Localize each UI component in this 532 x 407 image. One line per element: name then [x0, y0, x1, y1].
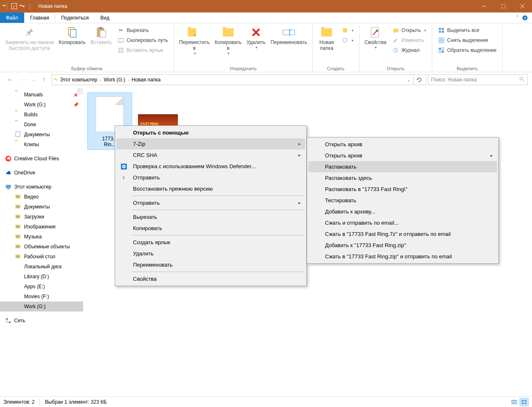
- ctx-extract-to[interactable]: Распаковать в "17733 Fast Ring\": [308, 184, 497, 195]
- sidebar-item[interactable]: Movies (F:): [0, 292, 83, 302]
- tab-share[interactable]: Поделиться: [55, 12, 94, 23]
- sidebar-item[interactable]: Локальный диск: [0, 262, 83, 272]
- view-icons-button[interactable]: [520, 398, 529, 406]
- sidebar-item[interactable]: Загрузки: [0, 212, 83, 222]
- forward-button[interactable]: →: [17, 74, 29, 86]
- select-all-button[interactable]: Выделить все: [436, 26, 498, 35]
- history-dropdown[interactable]: ⌄: [31, 74, 37, 86]
- copy-to-button[interactable]: Копировать в▾: [212, 24, 244, 57]
- ctx-add-zip[interactable]: Добавить к "17733 Fast Ring.zip": [308, 240, 497, 251]
- breadcrumb-drop[interactable]: ⌄: [404, 78, 413, 82]
- rename-button[interactable]: Переименовать: [268, 24, 310, 47]
- svg-rect-40: [16, 216, 20, 218]
- ctx-copy[interactable]: Копировать: [116, 223, 305, 234]
- new-item-button[interactable]: ▾: [340, 26, 355, 35]
- sidebar-item[interactable]: Work (G:)📌: [0, 100, 83, 110]
- sidebar-item[interactable]: Изображения: [0, 222, 83, 232]
- tree-icon: [15, 283, 22, 290]
- sidebar-item[interactable]: Объемные объекты: [0, 242, 83, 252]
- paste-button[interactable]: Вставить: [88, 24, 114, 47]
- ctx-test[interactable]: Тестировать: [308, 195, 497, 206]
- new-folder-button[interactable]: Новая папка: [315, 24, 338, 53]
- tab-view[interactable]: Вид: [94, 12, 115, 23]
- ctx-delete[interactable]: Удалить: [116, 248, 305, 259]
- collapse-ribbon-icon[interactable]: ˄: [516, 15, 519, 21]
- view-details-button[interactable]: [510, 398, 519, 406]
- delete-icon: [249, 26, 263, 39]
- maximize-button[interactable]: [494, 0, 513, 12]
- ctx-compress-7z[interactable]: Сжать в "17733 Fast Ring.7z" и отправить…: [308, 228, 497, 240]
- ctx-open-with[interactable]: Открыть с помощью: [116, 127, 305, 138]
- sidebar-item[interactable]: Done: [0, 120, 83, 130]
- back-button[interactable]: ←: [4, 74, 16, 86]
- tab-file[interactable]: Файл: [0, 12, 24, 23]
- open-button[interactable]: Открыть▾: [391, 26, 428, 35]
- path-icon: [118, 37, 124, 44]
- ctx-rename[interactable]: Переименовать: [116, 259, 305, 270]
- sidebar-item[interactable]: Музыка: [0, 232, 83, 242]
- ctx-extract[interactable]: Распаковать: [308, 161, 497, 172]
- sidebar-network[interactable]: Сеть: [0, 316, 83, 326]
- sidebar-item[interactable]: Документы: [0, 202, 83, 212]
- sidebar-item[interactable]: Рабочий стол: [0, 252, 83, 262]
- breadcrumb[interactable]: › Этот компьютер › Work (G:) › Новая пап…: [52, 74, 426, 85]
- ctx-create-shortcut[interactable]: Создать ярлык: [116, 237, 305, 248]
- minimize-button[interactable]: [475, 0, 494, 12]
- close-button[interactable]: [513, 0, 532, 12]
- search-input[interactable]: Поиск: Новая папка: [428, 74, 528, 85]
- ctx-cut[interactable]: Вырезать: [116, 211, 305, 223]
- invert-selection-button[interactable]: Обратить выделение: [436, 46, 498, 55]
- breadcrumb-item[interactable]: Этот компьютер: [60, 77, 97, 83]
- sidebar-item[interactable]: Документы: [0, 130, 83, 140]
- pin-quick-access-button[interactable]: Закрепить на панели быстрого доступа: [2, 24, 56, 53]
- sidebar-item[interactable]: Клипы: [0, 140, 83, 150]
- copy-path-button[interactable]: Скопировать путь: [116, 36, 170, 45]
- deselect-button[interactable]: Снять выделение: [436, 36, 498, 45]
- svg-rect-46: [16, 245, 20, 248]
- qat-checkbox-icon[interactable]: ✓: [11, 3, 17, 9]
- ctx-open-archive[interactable]: Открыть архив: [308, 139, 497, 150]
- sidebar-onedrive[interactable]: OneDrive: [0, 168, 83, 178]
- properties-icon: [369, 26, 382, 39]
- sidebar-item[interactable]: Work (G:): [0, 302, 83, 311]
- up-button[interactable]: ↑: [38, 74, 50, 86]
- tab-home[interactable]: Главная: [24, 12, 56, 23]
- refresh-button[interactable]: [414, 74, 424, 85]
- ctx-add-archive[interactable]: Добавить к архиву...: [308, 206, 497, 217]
- sidebar-item[interactable]: Library (D:): [0, 272, 83, 282]
- easy-access-button[interactable]: ▾: [340, 36, 355, 45]
- sidebar-item[interactable]: Видео: [0, 192, 83, 202]
- move-to-button[interactable]: → Переместить в▾: [177, 24, 212, 57]
- properties-button[interactable]: Свойства▾: [362, 24, 389, 51]
- breadcrumb-item[interactable]: Work (G:): [103, 77, 125, 83]
- paste-shortcut-button[interactable]: Вставить ярлык: [116, 46, 170, 55]
- svg-rect-55: [522, 400, 524, 402]
- history-button[interactable]: Журнал: [391, 46, 428, 55]
- sidebar-item[interactable]: Apps (E:): [0, 282, 83, 292]
- ctx-defender[interactable]: Проверка с использованием Windows Defend…: [116, 161, 305, 172]
- breadcrumb-item[interactable]: Новая папка: [132, 77, 161, 83]
- help-icon[interactable]: ?: [522, 15, 528, 21]
- sidebar-scroll-up[interactable]: ˄: [76, 88, 83, 95]
- ctx-7zip[interactable]: 7-Zip▸: [116, 138, 305, 150]
- ctx-properties[interactable]: Свойства: [116, 273, 305, 284]
- cut-button[interactable]: ✂Вырезать: [116, 26, 170, 35]
- tree-icon: [15, 243, 22, 250]
- ctx-open-archive-sub[interactable]: Открыть архив▸: [308, 150, 497, 161]
- ctx-crc[interactable]: CRC SHA▸: [116, 150, 305, 161]
- qat-dropdown-icon[interactable]: ▼: [22, 5, 25, 8]
- delete-button[interactable]: Удалить▾: [244, 24, 268, 51]
- edit-button[interactable]: Изменить: [391, 36, 428, 45]
- sidebar-item[interactable]: Builds: [0, 110, 83, 120]
- sidebar-cc[interactable]: Creative Cloud Files: [0, 154, 83, 164]
- sidebar-pc[interactable]: Этот компьютер: [0, 182, 83, 192]
- ctx-send[interactable]: Отправить: [116, 172, 305, 183]
- copy-button[interactable]: Копировать: [56, 24, 88, 47]
- ctx-compress-email[interactable]: Сжать и отправить по email...: [308, 217, 497, 228]
- ctx-send-to[interactable]: Отправить▸: [116, 197, 305, 208]
- sidebar-item[interactable]: Manuals📌: [0, 90, 83, 100]
- ctx-extract-here[interactable]: Распаковать здесь: [308, 172, 497, 184]
- ctx-compress-zip[interactable]: Сжать в "17733 Fast Ring.zip" и отправит…: [308, 251, 497, 262]
- ctx-restore[interactable]: Восстановить прежнюю версию: [116, 183, 305, 194]
- status-selection: Выбран 1 элемент: 323 КБ: [45, 399, 106, 405]
